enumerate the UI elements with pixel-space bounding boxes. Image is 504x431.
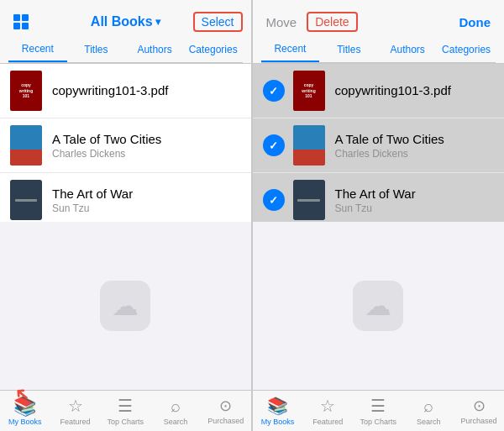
book-author: Charles Dickens [335,148,495,160]
top-charts-icon-right: ☰ [370,396,386,416]
grid-dot [22,14,29,21]
list-item[interactable]: A Tale of Two Cities Charles Dickens [253,118,505,173]
left-bottom-nav: 📚 My Books ➜ ☆ Featured ☰ Top Charts ⌕ S… [0,390,251,431]
featured-nav-item[interactable]: ☆ Featured [50,391,101,431]
right-bottom-nav: 📚 My Books ☆ Featured ☰ Top Charts ⌕ Sea… [253,390,505,431]
book-title: copywriting101-3.pdf [335,83,495,97]
right-book-list: copywriting101 copywriting101-3.pdf A Ta… [253,64,505,222]
selection-checkbox-1[interactable] [263,80,285,102]
select-button[interactable]: Select [193,12,243,32]
left-header-top: All Books ▾ Select [8,7,243,37]
cover-top [10,125,42,150]
cover-top [293,125,325,150]
cover-bottom [293,150,325,166]
right-panel: Move Delete Done Recent Titles Authors C… [253,0,505,431]
all-books-title[interactable]: All Books ▾ [91,14,160,29]
top-charts-icon: ☰ [118,396,133,416]
book-cover-war [293,180,325,220]
book-info: A Tale of Two Cities Charles Dickens [335,132,495,160]
list-item[interactable]: copywriting101 copywriting101-3.pdf [0,64,251,118]
cover-line [297,199,320,202]
cover-line [15,199,38,202]
tale-cover-art [293,125,325,166]
featured-icon: ☆ [68,396,83,416]
my-books-nav-item: 📚 My Books ➜ [0,391,50,431]
list-item[interactable]: copywriting101 copywriting101-3.pdf [253,64,505,118]
done-button[interactable]: Done [454,12,496,33]
left-book-list: copywriting101 copywriting101-3.pdf A Ta… [0,64,251,222]
tab-categories[interactable]: Categories [184,37,243,62]
book-info: copywriting101-3.pdf [335,83,495,99]
book-author: Sun Tzu [52,202,241,214]
book-author: Charles Dickens [52,148,241,160]
book-title: A Tale of Two Cities [335,132,495,146]
right-tab-recent[interactable]: Recent [261,37,320,62]
book-cover-tale [293,125,325,166]
pdf-cover-art: copywriting101 [10,71,42,111]
right-header-top: Move Delete Done [261,7,496,37]
right-purchased-nav-item[interactable]: ⊙ Purchased [454,391,504,431]
featured-icon-right: ☆ [320,396,335,416]
right-empty-area: ☁ [253,222,505,390]
book-title: The Art of War [52,187,241,201]
right-search-nav-item[interactable]: ⌕ Search [403,391,454,431]
my-books-icon-right: 📚 [267,396,288,416]
icloud-icon-right: ☁ [353,281,403,331]
left-empty-area: ☁ [0,222,251,390]
all-books-label: All Books [91,14,153,29]
left-header: All Books ▾ Select Recent Titles Authors… [0,0,251,64]
right-top-charts-nav-item[interactable]: ☰ Top Charts [353,391,403,431]
chevron-down-icon: ▾ [155,16,160,28]
cloud-icon-right: ☁ [365,290,391,322]
search-label-right: Search [417,418,441,426]
book-cover-pdf: copywriting101 [10,71,42,111]
right-tab-titles[interactable]: Titles [319,37,378,62]
grid-icon [13,14,29,29]
book-title: The Art of War [335,187,495,201]
top-charts-nav-item[interactable]: ☰ Top Charts [100,391,150,431]
right-my-books-nav-item[interactable]: 📚 My Books [253,391,303,431]
book-cover-pdf: copywriting101 [293,71,325,111]
purchased-label-right: Purchased [461,417,497,425]
right-tab-categories[interactable]: Categories [437,37,496,62]
book-title: copywriting101-3.pdf [52,83,241,97]
icloud-icon: ☁ [100,281,150,331]
war-cover-art [293,180,325,220]
list-item[interactable]: A Tale of Two Cities Charles Dickens [0,118,251,173]
top-charts-label: Top Charts [107,418,144,426]
header-actions: Move Delete [261,12,358,33]
pdf-cover-art: copywriting101 [293,71,325,111]
right-featured-nav-item[interactable]: ☆ Featured [302,391,353,431]
purchased-icon: ⊙ [219,397,232,415]
tab-recent[interactable]: Recent [8,37,67,62]
book-cover-war [10,180,42,220]
my-books-label: My Books [8,418,42,426]
tab-titles[interactable]: Titles [67,37,126,62]
cloud-icon: ☁ [112,290,139,322]
search-icon-right: ⌕ [423,397,433,416]
right-tab-authors[interactable]: Authors [378,37,437,62]
war-cover-art [10,180,42,220]
grid-dot [22,23,29,29]
purchased-label: Purchased [207,417,244,425]
right-tabs: Recent Titles Authors Categories [261,37,496,63]
cover-bottom [10,150,42,166]
selection-checkbox-2[interactable] [263,134,285,156]
book-title: A Tale of Two Cities [52,132,241,146]
delete-button[interactable]: Delete [307,12,357,32]
my-books-icon: 📚 [13,396,36,418]
list-item[interactable]: The Art of War Sun Tzu [0,173,251,222]
featured-label-right: Featured [312,418,343,426]
move-button[interactable]: Move [261,12,302,33]
purchased-nav-item[interactable]: ⊙ Purchased [201,391,251,431]
tab-authors[interactable]: Authors [125,37,184,62]
list-item[interactable]: The Art of War Sun Tzu [253,173,505,222]
purchased-icon-right: ⊙ [473,397,486,415]
grid-dot [13,23,20,29]
grid-view-button[interactable] [8,11,34,33]
selection-checkbox-3[interactable] [263,189,285,211]
search-nav-item[interactable]: ⌕ Search [150,391,201,431]
top-charts-label-right: Top Charts [360,418,397,426]
right-header: Move Delete Done Recent Titles Authors C… [253,0,505,64]
book-info: A Tale of Two Cities Charles Dickens [52,132,241,160]
